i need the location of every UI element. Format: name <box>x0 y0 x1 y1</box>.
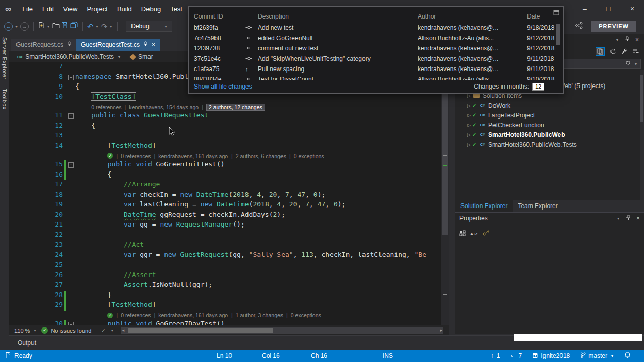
type-dropdown[interactable]: Smar <box>126 53 158 60</box>
search-options-caret[interactable]: ▾ <box>635 62 637 66</box>
fold-toggle[interactable]: − <box>68 162 74 168</box>
tab-team-explorer[interactable]: Team Explorer <box>513 200 563 212</box>
code-line[interactable]: 19 var lastCleaning = new DateTime(2018,… <box>9 200 449 211</box>
scrollbar-thumb[interactable] <box>128 328 273 333</box>
commit-row[interactable]: c1afaa75↑Pull new spacingkendrahavens (k… <box>189 64 563 74</box>
minimize-button[interactable]: – <box>573 0 597 19</box>
commit-row[interactable]: 12f39738comment out new testkendrahavens… <box>189 43 563 54</box>
scroll-right-arrow[interactable]: ▸ <box>440 327 442 334</box>
menu-build[interactable]: Build <box>112 0 137 19</box>
code-cleanup-caret[interactable]: ▾ <box>111 328 113 333</box>
show-all-file-changes-link[interactable]: Show all file changes <box>194 83 252 90</box>
codelens-indicator[interactable]: 0 references|kendrahavens, 154 days ago|… <box>9 102 449 111</box>
undo-button[interactable]: ↶ <box>87 22 94 31</box>
tab-guestrequest[interactable]: GuestRequest.cs <box>11 39 76 51</box>
expander-icon[interactable]: ▷ <box>466 123 472 128</box>
close-panel-icon[interactable]: × <box>636 215 640 222</box>
save-icon[interactable] <box>61 22 69 31</box>
code-cleanup-icon[interactable]: ✓ <box>101 327 105 333</box>
menu-test[interactable]: Test <box>166 0 187 19</box>
code-line[interactable]: 28 } <box>9 291 449 301</box>
popup-scrollbar[interactable] <box>555 24 561 80</box>
window-position-caret[interactable]: ▾ <box>616 38 618 42</box>
code-line[interactable]: 18 var checkIn = new DateTime(2018, 4, 2… <box>9 191 449 201</box>
menu-project[interactable]: Project <box>82 0 112 19</box>
editor-vertical-scrollbar[interactable] <box>441 62 449 325</box>
code-line[interactable]: 16 { <box>9 170 449 181</box>
commit-row[interactable]: bf2639faAdd new testkendrahavens (kehave… <box>189 23 563 33</box>
menu-file[interactable]: File <box>18 0 38 19</box>
show-all-files-toggle[interactable] <box>596 47 605 56</box>
share-icon[interactable] <box>575 22 583 31</box>
tree-item[interactable]: ▷✓C#PetCheckerFunction <box>455 120 640 130</box>
tool-tab-toolbox[interactable]: Toolbox <box>2 89 8 110</box>
commits-ahead-indicator[interactable]: ↑ 1 <box>491 352 500 359</box>
code-line[interactable]: 13 <box>9 131 449 142</box>
close-tab-icon[interactable]: × <box>152 42 155 48</box>
fold-toggle[interactable]: − <box>68 113 74 119</box>
magnifier-icon[interactable] <box>625 60 632 68</box>
new-item-icon[interactable] <box>38 22 45 31</box>
tree-item[interactable]: ▷✓C#SmartHotel360.PublicWeb <box>455 130 640 140</box>
scrollbar-thumb[interactable] <box>556 24 560 45</box>
code-line[interactable]: 27 Assert.IsNotNull(ggr); <box>9 281 449 291</box>
document-health-indicator[interactable]: ✓ No issues found <box>41 327 91 334</box>
tree-item[interactable]: ▷✓C#SmartHotel360.PublicWeb.Tests <box>455 140 640 149</box>
maximize-button[interactable]: □ <box>597 0 620 19</box>
months-input[interactable] <box>532 83 544 91</box>
open-file-icon[interactable] <box>52 22 60 31</box>
pin-icon[interactable] <box>626 215 631 222</box>
pin-icon[interactable] <box>143 41 148 48</box>
tool-tab-server-explorer[interactable]: Server Explorer <box>2 37 8 79</box>
tree-item[interactable]: ▷✓C#LargeTestProject <box>455 110 640 120</box>
project-dropdown[interactable]: C# SmartHotel360.PublicWeb.Tests ▾ <box>12 53 126 60</box>
code-line[interactable]: 24 var ggr = new GuestRequest(gg, "Sally… <box>9 251 449 261</box>
property-pages-icon[interactable] <box>483 230 489 238</box>
undo-caret[interactable]: ▾ <box>96 24 98 29</box>
code-line[interactable]: 10 [TestClass] <box>9 93 449 103</box>
wrench-icon[interactable] <box>621 48 628 55</box>
redo-caret[interactable]: ▾ <box>110 24 112 29</box>
tab-solution-explorer[interactable]: Solution Explorer <box>455 200 513 212</box>
zoom-select[interactable]: 110 % ▾ <box>12 327 37 334</box>
menu-debug[interactable]: Debug <box>137 0 166 19</box>
tab-guestrequesttest[interactable]: GuestRequestTest.cs × <box>76 39 160 51</box>
codelens-indicator[interactable]: ✓|0 references|kendrahavens, 161 days ag… <box>9 151 449 160</box>
pin-icon[interactable] <box>625 36 630 43</box>
tree-item[interactable]: ▷✓C#DoWork <box>455 100 640 110</box>
pending-changes-indicator[interactable]: 7 <box>510 352 522 359</box>
code-line[interactable]: 17 //Arrange <box>9 180 449 191</box>
alphabetical-sort-icon[interactable]: A↓Z <box>470 232 478 236</box>
expander-icon[interactable]: ▷ <box>466 142 472 147</box>
panel-scrollbar[interactable] <box>640 70 644 200</box>
menu-view[interactable]: View <box>58 0 82 19</box>
codelens-indicator[interactable]: ✓|0 references|kendrahavens, 161 days ag… <box>9 311 449 320</box>
categorized-icon[interactable] <box>459 230 466 238</box>
expander-icon[interactable]: ▷ <box>466 113 472 118</box>
expander-icon[interactable]: ▷ <box>466 132 472 137</box>
scroll-left-arrow[interactable]: ◂ <box>122 327 125 334</box>
fold-toggle[interactable]: − <box>68 75 74 80</box>
code-line[interactable]: 21 var gg = new RequestManager(); <box>9 220 449 231</box>
close-button[interactable]: × <box>620 0 644 19</box>
code-line[interactable]: 26 //Assert <box>9 271 449 281</box>
redo-button[interactable]: ↷ <box>101 22 108 31</box>
close-panel-icon[interactable]: × <box>635 36 639 43</box>
branch-selector[interactable]: master ▾ <box>580 352 614 360</box>
navigate-forward-button[interactable]: → <box>20 22 29 31</box>
code-line[interactable]: 22 <box>9 231 449 241</box>
expander-icon[interactable]: ▷ <box>466 93 472 98</box>
back-history-caret[interactable]: ▾ <box>15 24 18 29</box>
notifications-bell-icon[interactable] <box>624 352 631 360</box>
commit-row[interactable]: 37c51e4cAdd "SkipWhenLiveUnitTesting" ca… <box>189 54 563 64</box>
code-line[interactable]: 20 DateTime ggRequest = checkIn.AddDays(… <box>9 211 449 221</box>
navigate-back-button[interactable]: ← <box>4 22 13 31</box>
code-line[interactable]: 30− public void GoGreen7DayTest() <box>9 320 449 325</box>
code-line[interactable]: 12 { <box>9 122 449 132</box>
code-line[interactable]: 29 [TestMethod] <box>9 301 449 311</box>
code-line[interactable]: 15− public void GoGreenInitTest() <box>9 160 449 170</box>
menu-edit[interactable]: Edit <box>38 0 58 19</box>
commit-row[interactable]: 7c4759b8edited GoGreenNullAllison Buchho… <box>189 33 563 43</box>
refresh-icon[interactable] <box>609 48 616 55</box>
new-item-caret[interactable]: ▾ <box>47 24 49 29</box>
